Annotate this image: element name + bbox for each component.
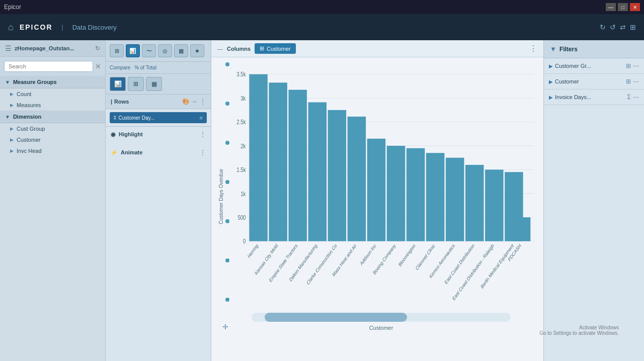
bar-8[interactable] — [407, 148, 425, 241]
svg-text:0: 0 — [243, 238, 246, 245]
sidebar-item-customer[interactable]: ▶ Customer — [0, 134, 105, 145]
chart-toolbar: — Columns ⊞ Customer ⋮ — [211, 40, 543, 57]
filters-header: ▼ Filters — [544, 40, 644, 58]
rows-bar-icon: | — [111, 99, 112, 105]
sidebar-doc-title: zHomepage_Outstan... — [15, 45, 92, 51]
move-icon[interactable]: ✛ — [222, 323, 228, 331]
bar-14[interactable] — [512, 217, 530, 241]
filter-0-minus-icon[interactable]: — — [633, 62, 639, 69]
bar-9[interactable] — [426, 153, 444, 241]
right-panel: ▼ Filters ▶ Customer Gr... ⊞ — ▶ Custome… — [543, 40, 644, 361]
center-panel: ⊞ 📊 〜 ◎ ▦ ★ Compare % of Total 📊 ⊞ ▦ | R… — [106, 40, 211, 361]
undo-icon[interactable]: ↺ — [610, 23, 616, 31]
filter-2-minus-icon[interactable]: — — [633, 94, 639, 101]
chart-type-table[interactable]: ⊞ — [110, 44, 124, 57]
svg-text:1.5k: 1.5k — [236, 166, 246, 173]
rows-sort-icon[interactable]: ≡ — [200, 115, 203, 121]
home-icon[interactable]: ⌂ — [8, 22, 14, 33]
chart-menu-button[interactable]: ⋮ — [529, 44, 537, 53]
filter-1-label: Customer — [555, 78, 624, 84]
animate-section: ⚡ Animate ⋮ — [106, 145, 211, 160]
customer-chip-label: Customer — [267, 46, 291, 52]
chart-type-star[interactable]: ★ — [190, 44, 204, 57]
sync-icon[interactable]: ⇄ — [620, 23, 626, 31]
animate-bolt-icon: ⚡ — [111, 149, 118, 156]
compare-toggle[interactable]: Compare — [110, 65, 130, 70]
filter-item-2[interactable]: ▶ Invoice Days... Σ — — [544, 89, 644, 105]
bar-5[interactable] — [348, 117, 366, 241]
grid-icon[interactable]: ⊞ — [630, 23, 636, 31]
refresh-icon[interactable]: ↻ — [600, 23, 606, 31]
invc-head-label: Invc Head — [17, 148, 42, 154]
filter-item-1[interactable]: ▶ Customer ⊞ — — [544, 74, 644, 89]
header-actions: ↻ ↺ ⇄ ⊞ — [600, 23, 636, 31]
bar-0[interactable] — [249, 74, 267, 241]
minimize-button[interactable]: — — [606, 3, 616, 11]
logo-area: ⌂ EPICOR | Data Discovery — [8, 22, 117, 33]
viz-btn-bar[interactable]: 📊 — [110, 77, 126, 91]
bar-7[interactable] — [387, 146, 405, 241]
measures-label: Measures — [17, 102, 41, 108]
filter-2-sigma-icon: Σ — [627, 94, 631, 101]
x-label-12: East Coast Distribution - Raleigh — [452, 243, 495, 302]
rows-menu-btn[interactable]: ⋮ — [200, 98, 206, 105]
animate-header: ⚡ Animate ⋮ — [111, 149, 206, 156]
bar-1[interactable] — [269, 82, 287, 241]
app-title: Epicor — [4, 4, 21, 11]
chart-scrollbar[interactable] — [252, 313, 511, 322]
main-layout: ☰ zHomepage_Outstan... ↻ ✕ ▼ Measure Gro… — [0, 40, 644, 361]
bar-10[interactable] — [446, 158, 464, 241]
chart-type-line[interactable]: 〜 — [142, 44, 156, 57]
highlight-circle-icon: ◉ — [111, 131, 116, 138]
rows-item-label: Customer Day... — [119, 115, 198, 121]
chart-and-x: 3.5k 3k 2.5k 2k 1.5k 1k 500 0 — [224, 62, 538, 331]
measure-groups-chevron: ▼ — [5, 79, 10, 85]
bar-11[interactable] — [465, 165, 484, 241]
invc-head-chevron: ▶ — [10, 148, 14, 153]
viz-btn-table[interactable]: ⊞ — [128, 77, 144, 91]
sidebar-refresh-icon[interactable]: ↻ — [95, 45, 100, 52]
doc-icon: ☰ — [5, 44, 12, 52]
chart-svg-wrapper: 3.5k 3k 2.5k 2k 1.5k 1k 500 0 — [224, 62, 538, 313]
app-subtitle: Data Discovery — [72, 24, 117, 31]
sidebar-item-count[interactable]: ▶ Count — [0, 88, 105, 100]
dimension-section[interactable]: ▼ Dimension — [0, 111, 105, 123]
animate-menu-icon[interactable]: ⋮ — [200, 149, 206, 156]
chart-type-bar-btn[interactable]: 📊 — [126, 44, 140, 57]
close-button[interactable]: ✕ — [630, 3, 640, 11]
sidebar-item-measures[interactable]: ▶ Measures — [0, 100, 105, 111]
y-axis-label: Customer Days Overdue — [216, 169, 224, 224]
svg-text:Herring: Herring — [247, 243, 259, 259]
bar-3[interactable] — [308, 102, 327, 241]
svg-text:2k: 2k — [240, 142, 246, 149]
search-input[interactable] — [4, 61, 93, 72]
chart-type-donut[interactable]: ◎ — [158, 44, 172, 57]
bar-2[interactable] — [288, 90, 306, 241]
sidebar-item-invc-head[interactable]: ▶ Invc Head — [0, 145, 105, 156]
measures-chevron: ▶ — [10, 103, 14, 108]
filter-1-minus-icon[interactable]: — — [633, 78, 639, 85]
chart-type-grid[interactable]: ▦ — [174, 44, 188, 57]
pct-total-toggle[interactable]: % of Total — [134, 65, 156, 70]
maximize-button[interactable]: □ — [618, 3, 628, 11]
rows-header: | Rows 🎨 ↔ ⋮ — [106, 95, 211, 109]
scrollbar-thumb[interactable] — [265, 313, 407, 322]
sidebar-header: ☰ zHomepage_Outstan... ↻ — [0, 40, 105, 57]
bar-4[interactable] — [328, 110, 346, 241]
measure-groups-label: Measure Groups — [13, 79, 57, 85]
sidebar-item-cust-group[interactable]: ▶ Cust Group — [0, 123, 105, 134]
filter-0-chevron: ▶ — [549, 63, 553, 69]
search-clear-button[interactable]: ✕ — [95, 62, 101, 70]
filter-item-0[interactable]: ▶ Customer Gr... ⊞ — — [544, 58, 644, 74]
rows-color-btn[interactable]: 🎨 — [182, 98, 190, 105]
svg-text:Berlin Medical Equipment: Berlin Medical Equipment — [480, 242, 515, 290]
bar-12[interactable] — [485, 169, 503, 241]
bar-6[interactable] — [367, 139, 385, 241]
rows-label: Rows — [114, 99, 129, 105]
rows-item[interactable]: Σ Customer Day... ≡ — [110, 112, 207, 123]
customer-chip[interactable]: ⊞ Customer — [255, 43, 296, 54]
highlight-menu-icon[interactable]: ⋮ — [200, 131, 206, 138]
rows-expand-btn[interactable]: ↔ — [192, 98, 198, 105]
measure-groups-section[interactable]: ▼ Measure Groups — [0, 76, 105, 88]
viz-btn-grid[interactable]: ▦ — [146, 77, 162, 91]
